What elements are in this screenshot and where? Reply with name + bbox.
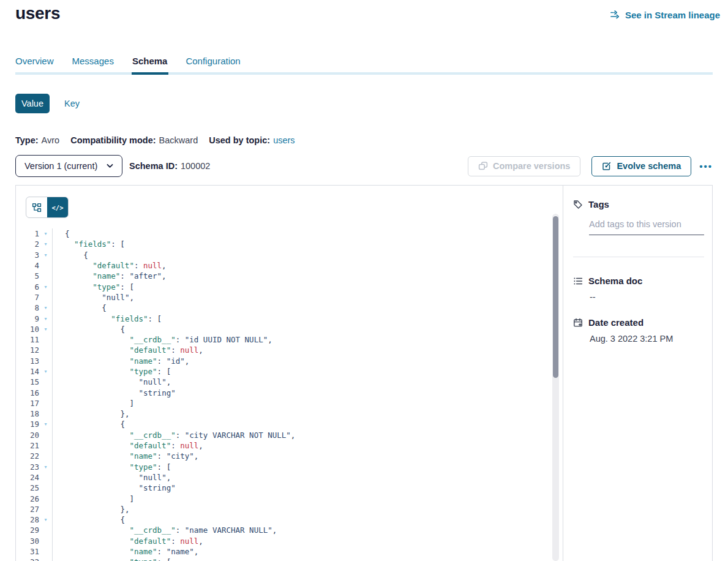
line-number: 12	[16, 345, 39, 355]
topic-link[interactable]: users	[273, 135, 295, 145]
code-text: "__crdb__": "id UUID NOT NULL",	[52, 335, 272, 344]
controls-row: Version 1 (current) Schema ID:100002 Com…	[15, 155, 713, 177]
code-line: 4 "default": null,	[16, 260, 562, 271]
code-text: "default": null,	[52, 537, 203, 546]
fold-toggle-icon[interactable]: ▾	[39, 369, 52, 374]
code-lines: 1▾{2▾ "fields": [3▾ {4 "default": null,5…	[16, 228, 562, 561]
version-select-value: Version 1 (current)	[24, 161, 97, 171]
value-toggle-button[interactable]: Value	[15, 94, 50, 113]
version-select[interactable]: Version 1 (current)	[15, 155, 122, 177]
schema-doc-heading-label: Schema doc	[588, 276, 642, 286]
fold-toggle-icon[interactable]: ▾	[39, 284, 52, 290]
schema-code-editor[interactable]: 1▾{2▾ "fields": [3▾ {4 "default": null,5…	[16, 228, 562, 561]
code-view-icon: </>	[52, 204, 64, 211]
compatibility-value: Backward	[159, 135, 198, 145]
compare-versions-label: Compare versions	[493, 161, 571, 171]
code-view-button[interactable]: </>	[47, 197, 68, 217]
code-text: "default": null,	[52, 441, 203, 450]
tab-configuration[interactable]: Configuration	[186, 55, 240, 67]
line-number: 20	[16, 431, 39, 440]
tree-view-button[interactable]	[26, 197, 47, 217]
code-text: "type": [	[52, 462, 171, 472]
code-text: "name": "id",	[52, 356, 189, 366]
line-number: 25	[16, 483, 39, 492]
line-number: 24	[16, 473, 39, 482]
code-text: "fields": [	[52, 239, 125, 249]
code-line: 3▾ {	[16, 250, 562, 260]
scrollbar-thumb[interactable]	[553, 216, 558, 378]
add-tags-input[interactable]	[589, 218, 704, 235]
line-number: 10	[16, 325, 39, 334]
code-line: 17 ]	[16, 398, 562, 409]
line-number: 7	[16, 293, 39, 302]
code-line: 28▾ {	[16, 514, 562, 525]
code-text: "type": [	[52, 367, 171, 376]
code-line: 10▾ {	[16, 324, 562, 334]
line-number: 9	[16, 314, 39, 323]
compare-icon	[478, 161, 488, 171]
line-number: 11	[16, 335, 39, 344]
code-line: 23▾ "type": [	[16, 462, 562, 472]
type-label: Type:	[15, 135, 39, 145]
page-title: users	[15, 4, 60, 23]
code-text: {	[52, 303, 107, 312]
line-number: 18	[16, 409, 39, 418]
code-text: "string"	[52, 388, 176, 397]
code-text: ]	[52, 399, 134, 408]
code-line: 13 "name": "id",	[16, 356, 562, 366]
key-toggle-button[interactable]: Key	[64, 99, 80, 108]
tab-underline-track	[15, 72, 713, 75]
vertical-scrollbar[interactable]	[552, 214, 559, 561]
code-line: 27 },	[16, 504, 562, 514]
edit-icon	[602, 161, 612, 171]
schema-doc-value: --	[590, 292, 596, 302]
fold-toggle-icon[interactable]: ▾	[39, 421, 52, 427]
fold-toggle-icon[interactable]: ▾	[39, 326, 52, 332]
code-line: 5 "name": "after",	[16, 271, 562, 281]
fold-toggle-icon[interactable]: ▾	[39, 252, 52, 258]
tag-icon	[573, 200, 583, 209]
used-by-topic-label: Used by topic:	[209, 135, 270, 145]
fold-toggle-icon[interactable]: ▾	[39, 517, 52, 522]
code-line: 29 "__crdb__": "name VARCHAR NULL",	[16, 525, 562, 535]
tab-messages[interactable]: Messages	[72, 55, 114, 67]
calendar-plus-icon	[573, 318, 583, 328]
code-line: 18 },	[16, 409, 562, 419]
line-number: 14	[16, 367, 39, 376]
line-number: 21	[16, 441, 39, 450]
line-number: 26	[16, 494, 39, 503]
fold-toggle-icon[interactable]: ▾	[39, 241, 52, 247]
fold-toggle-icon[interactable]: ▾	[39, 231, 52, 236]
code-text: "fields": [	[52, 314, 162, 323]
code-line: 6▾ "type": [	[16, 281, 562, 292]
schema-id-label: Schema ID:	[129, 161, 178, 171]
tree-view-icon	[32, 203, 42, 213]
code-text: {	[52, 325, 125, 334]
stream-lineage-link[interactable]: See in Stream lineage	[610, 9, 720, 20]
code-line: 24 "null",	[16, 472, 562, 483]
stream-lineage-label: See in Stream lineage	[625, 10, 720, 20]
code-text: "default": null,	[52, 261, 167, 270]
tab-overview[interactable]: Overview	[15, 55, 54, 67]
line-number: 3	[16, 250, 39, 260]
fold-toggle-icon[interactable]: ▾	[39, 464, 52, 470]
fold-toggle-icon[interactable]: ▾	[39, 305, 52, 311]
code-line: 14▾ "type": [	[16, 366, 562, 377]
code-line: 20 "__crdb__": "city VARCHAR NOT NULL",	[16, 430, 562, 440]
line-number: 23	[16, 462, 39, 472]
code-line: 8▾ {	[16, 303, 562, 313]
evolve-schema-button[interactable]: Evolve schema	[591, 156, 691, 176]
tab-schema[interactable]: Schema	[132, 55, 168, 67]
line-number: 4	[16, 261, 39, 270]
code-text: "name": "after",	[52, 271, 167, 280]
schema-id-group: Schema ID:100002	[129, 161, 221, 171]
more-options-button[interactable]: •••	[699, 161, 713, 171]
compare-versions-button[interactable]: Compare versions	[468, 156, 581, 176]
compatibility-label: Compatibility mode:	[70, 135, 156, 145]
line-number: 13	[16, 356, 39, 366]
type-value: Avro	[42, 135, 60, 145]
fold-toggle-icon[interactable]: ▾	[39, 316, 52, 322]
code-line: 12 "default": null,	[16, 345, 562, 355]
line-number: 15	[16, 377, 39, 386]
code-text: "null",	[52, 377, 171, 386]
